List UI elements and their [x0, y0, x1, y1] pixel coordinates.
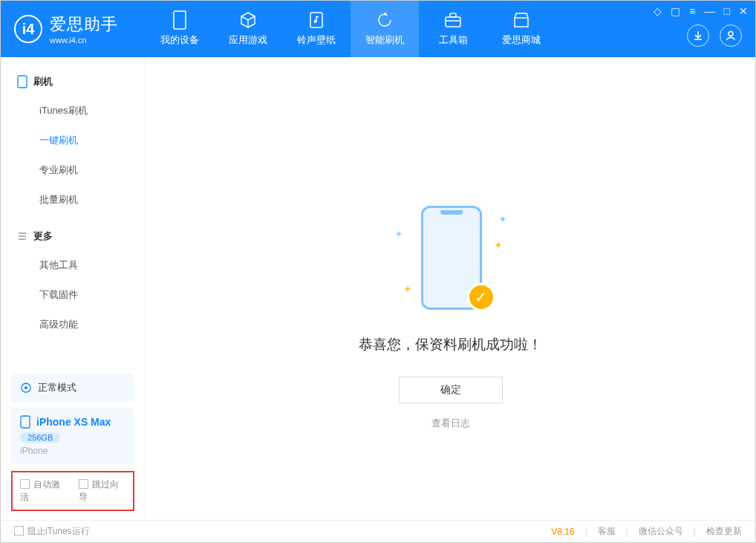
device-panel: 正常模式 iPhone XS Max 256GB iPhone 自动激活 跳过向… [1, 374, 145, 520]
sidebar-item-pro-flash[interactable]: 专业刷机 [1, 155, 145, 185]
device-storage: 256GB [20, 432, 60, 443]
sidebar-item-batch-flash[interactable]: 批量刷机 [1, 185, 145, 215]
sidebar-group-flash: 刷机 [1, 68, 145, 96]
close-icon[interactable]: ✕ [739, 5, 748, 17]
version-label: V8.16 [551, 527, 574, 537]
app-url: www.i4.cn [50, 36, 118, 45]
feedback-icon[interactable]: ▢ [671, 5, 680, 17]
sidebar: 刷机 iTunes刷机 一键刷机 专业刷机 批量刷机 更多 其他工具 下载固件 … [1, 57, 146, 520]
sparkle-icon: ✦ [494, 239, 503, 251]
checkbox-block-itunes[interactable]: 阻止iTunes运行 [14, 525, 90, 538]
menu-icon[interactable]: ≡ [689, 5, 695, 17]
phone-icon [17, 75, 27, 88]
skin-icon[interactable]: ◇ [654, 5, 662, 17]
cube-icon [239, 11, 257, 29]
list-icon [17, 231, 27, 241]
tab-label: 爱思商城 [502, 33, 541, 47]
logo-area: i4 爱思助手 www.i4.cn [1, 13, 146, 45]
window-controls: ◇ ▢ ≡ — □ ✕ [654, 5, 748, 17]
svg-rect-0 [174, 11, 186, 29]
device-icon [171, 11, 189, 29]
tab-label: 智能刷机 [365, 33, 404, 47]
download-icon [692, 30, 704, 42]
app-name: 爱思助手 [50, 13, 118, 36]
tab-my-device[interactable]: 我的设备 [146, 1, 214, 57]
sparkle-icon: ✦ [403, 283, 412, 295]
header-right-buttons [687, 25, 742, 47]
sidebar-item-download-firmware[interactable]: 下载固件 [1, 280, 145, 310]
wechat-link[interactable]: 微信公众号 [639, 525, 683, 538]
tab-smart-flash[interactable]: 智能刷机 [351, 1, 419, 57]
download-button[interactable] [687, 25, 709, 47]
device-info-box[interactable]: iPhone XS Max 256GB iPhone [11, 408, 134, 464]
device-name: iPhone XS Max [36, 416, 111, 428]
ok-button[interactable]: 确定 [399, 377, 503, 403]
tab-label: 我的设备 [160, 33, 199, 47]
svg-point-7 [729, 32, 733, 36]
tab-toolbox[interactable]: 工具箱 [419, 1, 487, 57]
tab-label: 铃声壁纸 [297, 33, 336, 47]
svg-point-10 [25, 386, 27, 389]
sidebar-item-itunes-flash[interactable]: iTunes刷机 [1, 96, 145, 126]
main-tabs: 我的设备 应用游戏 铃声壁纸 智能刷机 工具箱 爱思商城 [146, 1, 555, 57]
tab-store[interactable]: 爱思商城 [487, 1, 555, 57]
svg-rect-8 [18, 76, 27, 88]
sidebar-item-oneclick-flash[interactable]: 一键刷机 [1, 126, 145, 155]
user-icon [725, 30, 737, 42]
support-link[interactable]: 客服 [598, 525, 616, 538]
check-update-link[interactable]: 检查更新 [706, 525, 742, 538]
store-icon [512, 11, 530, 29]
maximize-icon[interactable]: □ [724, 5, 730, 17]
options-highlight: 自动激活 跳过向导 [11, 471, 134, 511]
device-type: iPhone [20, 446, 126, 456]
success-illustration: ✦ ✦ ✦ ✦ ✓ [399, 206, 503, 317]
success-message: 恭喜您，保资料刷机成功啦！ [359, 335, 542, 354]
checkbox-auto-activate[interactable]: 自动激活 [20, 478, 67, 504]
tab-label: 工具箱 [439, 33, 468, 47]
tab-label: 应用游戏 [229, 33, 267, 47]
device-mode-box[interactable]: 正常模式 [11, 374, 134, 402]
app-header: i4 爱思助手 www.i4.cn 我的设备 应用游戏 铃声壁纸 智能刷机 工具… [1, 1, 755, 57]
user-button[interactable] [720, 25, 742, 47]
minimize-icon[interactable]: — [705, 5, 715, 17]
refresh-icon [376, 11, 394, 29]
sparkle-icon: ✦ [498, 213, 507, 225]
sidebar-item-advanced[interactable]: 高级功能 [1, 310, 145, 339]
footer: 阻止iTunes运行 V8.16 | 客服 | 微信公众号 | 检查更新 [1, 520, 755, 542]
mode-icon [20, 382, 32, 394]
svg-point-2 [314, 20, 317, 23]
sidebar-group-more: 更多 [1, 222, 145, 250]
device-mode: 正常模式 [38, 381, 76, 394]
tab-ringtones[interactable]: 铃声壁纸 [282, 1, 351, 57]
sparkle-icon: ✦ [394, 228, 403, 240]
checkbox-skip-guide[interactable]: 跳过向导 [79, 478, 126, 504]
music-icon [307, 11, 325, 29]
view-log-link[interactable]: 查看日志 [431, 417, 470, 430]
tab-apps-games[interactable]: 应用游戏 [214, 1, 282, 57]
phone-icon [20, 415, 30, 429]
svg-rect-4 [446, 17, 460, 27]
main-content: ✦ ✦ ✦ ✦ ✓ 恭喜您，保资料刷机成功啦！ 确定 查看日志 [146, 57, 755, 520]
svg-rect-5 [450, 13, 456, 17]
logo-icon: i4 [14, 15, 42, 43]
svg-rect-11 [21, 416, 30, 428]
sidebar-item-other-tools[interactable]: 其他工具 [1, 250, 145, 280]
toolbox-icon [444, 11, 462, 29]
check-icon: ✓ [467, 283, 495, 311]
